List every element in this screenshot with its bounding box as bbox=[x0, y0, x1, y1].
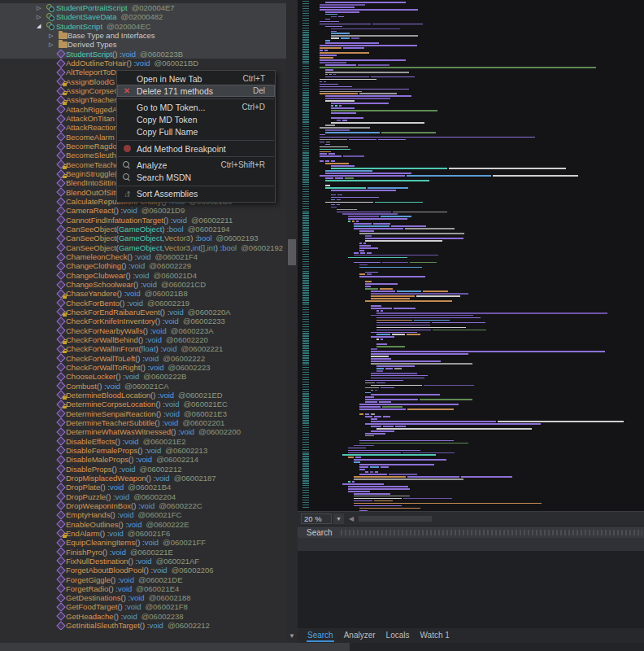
tab-search[interactable]: Search bbox=[307, 629, 334, 642]
tree-item-method[interactable]: ChooseLocker() : void@0600222B bbox=[0, 372, 286, 381]
tree-item-method[interactable]: DisableFemaleProps() : void@06002213 bbox=[0, 446, 286, 455]
empty-icon-slot bbox=[117, 126, 137, 138]
expand-expander-icon[interactable]: ▷ bbox=[49, 33, 59, 39]
tree-item-folder[interactable]: ▷Base Type and Interfaces bbox=[0, 31, 286, 40]
menu-item-sort-assemblies[interactable]: a↓zSort Assemblies bbox=[117, 188, 275, 200]
tree-item-method[interactable]: DetermineSenpaiReaction() : void@060021E… bbox=[0, 409, 286, 417]
tree-item-method[interactable]: DropWeaponInBox() : void@0600222C bbox=[0, 501, 286, 510]
tree-horizontal-scrollbar[interactable] bbox=[0, 643, 350, 651]
search-header-dotted-divider bbox=[341, 530, 642, 535]
tree-item-method[interactable]: GetFoodTarget() : void@060021F8 bbox=[0, 602, 286, 611]
hscrollbar-thumb[interactable] bbox=[359, 516, 432, 522]
tree-item-method[interactable]: DropMisplacedWeapon() : void@06002187 bbox=[0, 474, 286, 483]
method-icon bbox=[56, 603, 66, 611]
tree-item-method[interactable]: DetermineTeacherSubtitle() : void@060022… bbox=[0, 418, 286, 427]
tab-analyzer[interactable]: Analyzer bbox=[343, 629, 376, 642]
tree-item-method[interactable]: CheckForBento() : void@06002219 bbox=[0, 299, 286, 308]
tree-item-method[interactable]: CheckForKnifeInInventory() : void@060022… bbox=[0, 317, 286, 326]
tree-item-method[interactable]: EquipCleaningItems() : void@060021FF bbox=[0, 538, 286, 547]
menu-item-delete-171-methods[interactable]: ✕Delete 171 methodsDel bbox=[117, 85, 275, 97]
tree-item-method[interactable]: EnableOutlines() : void@0600222E bbox=[0, 519, 286, 528]
tree-item-method[interactable]: CanSeeObject(GameObject, Vector3) : bool… bbox=[0, 234, 286, 242]
tree-item-method[interactable]: CannotFindInfatuationTarget() : void@060… bbox=[0, 216, 286, 225]
collapse-expander-icon[interactable]: ◢ bbox=[37, 23, 46, 29]
tree-item-method[interactable]: CanSeeObject(GameObject) : bool@06002194 bbox=[0, 225, 286, 234]
bottom-tool-tabs: SearchAnalyzerLocalsWatch 1 bbox=[298, 628, 644, 643]
tree-item-method[interactable]: DisableEffects() : void@060021E2 bbox=[0, 436, 286, 445]
tree-item-method[interactable]: EndAlarm() : void@060021F6 bbox=[0, 529, 286, 538]
code-line bbox=[365, 272, 378, 273]
tree-item-method[interactable]: ForgetAboutBloodPool() : void@06002206 bbox=[0, 566, 286, 575]
tree-item-method[interactable]: ChangeClothing() : void@06002229 bbox=[0, 261, 286, 270]
expand-expander-icon[interactable]: ▷ bbox=[49, 42, 59, 48]
code-line bbox=[325, 202, 373, 203]
tree-item-method[interactable]: CheckForWallToRight() : void@06002223 bbox=[0, 363, 286, 372]
tree-item-method[interactable]: ChameleonCheck() : void@060021F4 bbox=[0, 252, 286, 261]
tree-item-method[interactable]: ChaseYandere() : void@060021B8 bbox=[0, 289, 286, 298]
tree-item-method[interactable]: ForgetGiggle() : void@060021DE bbox=[0, 575, 286, 583]
code-line bbox=[371, 413, 375, 415]
tree-item-method[interactable]: ForgetRadio() : void@060021E4 bbox=[0, 584, 286, 593]
tree-item-method[interactable]: CheckForNearbyWalls() : void@0600223A bbox=[0, 326, 286, 334]
tree-item-class[interactable]: ◢StudentScript@020004EC bbox=[0, 22, 286, 31]
tree-item-method[interactable]: EmptyHands() : void@060021FC bbox=[0, 510, 286, 519]
tree-item-method[interactable]: CheckForWallInFront(float) : void@060022… bbox=[0, 344, 286, 353]
empty-icon-slot bbox=[117, 101, 137, 113]
tree-scrollbar-thumb[interactable] bbox=[288, 239, 296, 265]
tree-item-method[interactable]: Combust() : void@060021CA bbox=[0, 381, 286, 390]
tree-item-method[interactable]: ChangeClubwear() : void@060021D4 bbox=[0, 271, 286, 280]
tree-item-method[interactable]: DropPlate() : void@060021B4 bbox=[0, 483, 286, 492]
method-icon bbox=[56, 253, 66, 261]
tree-item-constructor[interactable]: StudentScript() : void@0600223B bbox=[0, 50, 286, 59]
expand-expander-icon[interactable]: ▷ bbox=[37, 5, 46, 11]
menu-item-analyze[interactable]: AnalyzeCtrl+Shift+R bbox=[117, 159, 275, 171]
expand-expander-icon[interactable]: ▷ bbox=[37, 14, 46, 20]
tree-item-class[interactable]: ▷StudentPortraitScript@020004E7 bbox=[0, 3, 286, 12]
code-line bbox=[395, 426, 406, 427]
tree-item-method[interactable]: CameraReact() : void@060021D9 bbox=[0, 206, 286, 215]
tab-locals[interactable]: Locals bbox=[385, 629, 411, 642]
search-results-area[interactable] bbox=[298, 551, 644, 628]
method-icon bbox=[56, 437, 66, 445]
tree-item-method[interactable]: FixNullDestination() : void@060021AF bbox=[0, 557, 286, 566]
tree-item-method[interactable]: GetDestinations() : void@06002188 bbox=[0, 593, 286, 602]
code-line bbox=[331, 168, 447, 169]
tree-item-method[interactable]: CheckForWallToLeft() : void@06002222 bbox=[0, 353, 286, 362]
menu-item-copy-md-token[interactable]: Copy MD Token bbox=[117, 114, 275, 126]
tree-item-method[interactable]: DropPuzzle() : void@06002204 bbox=[0, 492, 286, 500]
code-line bbox=[325, 125, 335, 126]
menu-item-label: Copy Full Name bbox=[137, 127, 275, 137]
code-line bbox=[498, 421, 623, 422]
scroll-down-arrow-icon[interactable]: ▼ bbox=[286, 631, 298, 641]
code-horizontal-scrollbar[interactable]: ◀ bbox=[349, 513, 644, 524]
menu-item-search-msdn[interactable]: Search MSDN bbox=[117, 171, 275, 183]
tree-item-class[interactable]: ▷StudentSaveData@02000482 bbox=[0, 12, 286, 21]
code-line bbox=[365, 387, 379, 389]
tree-item-method[interactable]: DetermineWhatWasWitnessed() : void@06002… bbox=[0, 427, 286, 436]
tree-item-method[interactable]: DisableMaleProps() : void@06002214 bbox=[0, 455, 286, 464]
tree-item-method[interactable]: GetInitialSleuthTarget() : void@06002212 bbox=[0, 621, 286, 630]
tree-item-method[interactable]: GetHeadache() : void@06002238 bbox=[0, 612, 286, 621]
tree-item-method[interactable]: CheckForWallBehind() : void@06002220 bbox=[0, 335, 286, 344]
tree-item-method[interactable]: CanSeeObject(GameObject, Vector3, int[],… bbox=[0, 243, 286, 252]
menu-item-open-in-new-tab[interactable]: Open in New TabCtrl+T bbox=[117, 72, 275, 85]
tree-item-method[interactable]: AddOutlineToHair() : void@060021BD bbox=[0, 59, 286, 68]
tab-watch-1[interactable]: Watch 1 bbox=[420, 629, 450, 642]
code-line bbox=[320, 50, 323, 51]
scroll-left-arrow-icon[interactable]: ◀ bbox=[349, 515, 354, 522]
zoom-level-box[interactable]: 20 % bbox=[301, 513, 332, 524]
tree-item-folder[interactable]: ▷Derived Types bbox=[0, 40, 286, 49]
decompiled-code-editor[interactable] bbox=[298, 0, 644, 511]
tree-item-method[interactable]: DetermineBloodLocation() : void@060021ED bbox=[0, 391, 286, 400]
tree-item-method[interactable]: CheckForEndRaibaruEvent() : void@0600220… bbox=[0, 308, 286, 317]
bottom-edge-strip bbox=[350, 643, 644, 651]
tree-vertical-scrollbar[interactable]: ▼ bbox=[286, 0, 298, 643]
menu-item-copy-full-name[interactable]: Copy Full Name bbox=[117, 126, 275, 138]
tree-item-method[interactable]: FinishPyro() : void@0600221E bbox=[0, 547, 286, 556]
zoom-dropdown-button[interactable]: ▼ bbox=[333, 513, 344, 524]
menu-item-go-to-md-token[interactable]: Go to MD Token...Ctrl+D bbox=[117, 101, 275, 113]
tree-item-method[interactable]: DisableProps() : void@06002212 bbox=[0, 464, 286, 473]
tree-item-method[interactable]: ChangeSchoolwear() : void@060021CD bbox=[0, 280, 286, 289]
tree-item-method[interactable]: DetermineCorpseLocation() : void@060021E… bbox=[0, 400, 286, 409]
menu-item-add-method-breakpoint[interactable]: Add Method Breakpoint bbox=[117, 142, 275, 155]
